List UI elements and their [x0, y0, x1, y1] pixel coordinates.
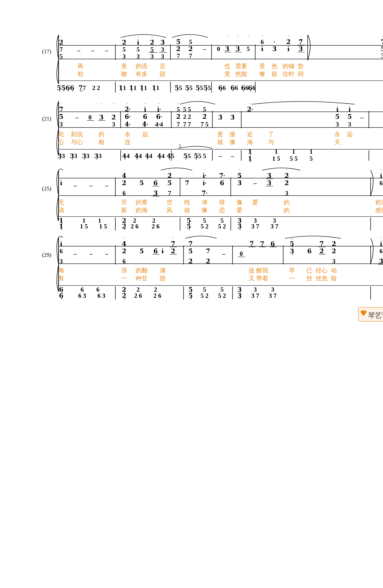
svg-text:3̇: 3̇ — [379, 258, 383, 265]
svg-text:2̇: 2̇ — [284, 172, 289, 179]
svg-text:2̇: 2̇ — [171, 248, 175, 255]
svg-text:3̇: 3̇ — [237, 180, 242, 187]
svg-text:·: · — [61, 101, 62, 106]
svg-text:3: 3 — [254, 286, 257, 293]
svg-text:3̇: 3̇ — [99, 114, 104, 121]
svg-text:5̣: 5̣ — [188, 292, 193, 299]
svg-text:–: – — [105, 250, 108, 257]
svg-text:7: 7 — [168, 190, 171, 197]
svg-text:5̣5: 5̣5 — [194, 152, 201, 159]
page-content: (17) · 2̇ 7 5 – – – · 2̇ 5 — [14, 10, 369, 588]
svg-text:3̣: 3̣ — [237, 292, 242, 299]
svg-text:此: 此 — [58, 131, 64, 137]
svg-text:i̇·: i̇· — [157, 106, 161, 113]
svg-text:i̇: i̇ — [261, 45, 263, 52]
svg-text:动: 动 — [331, 267, 337, 274]
svg-text:5 2: 5 2 — [201, 223, 208, 230]
svg-text:·: · — [169, 167, 170, 172]
svg-text:4̇: 4̇ — [122, 172, 126, 179]
svg-text:i̇: i̇ — [380, 240, 382, 247]
svg-text:i̇: i̇ — [137, 39, 139, 46]
svg-text:6̇: 6̇ — [143, 113, 147, 120]
svg-text:3̣3: 3̣3 — [94, 152, 102, 159]
svg-text:3̣3: 3̣3 — [82, 152, 89, 159]
svg-text:3̇: 3̇ — [160, 39, 165, 46]
svg-text:6̇: 6̇ — [307, 248, 312, 255]
svg-text:海: 海 — [247, 139, 253, 145]
svg-text:–: – — [89, 182, 93, 189]
svg-text:7̇: 7̇ — [206, 248, 210, 255]
svg-text:初: 初 — [77, 71, 83, 77]
svg-text:海: 海 — [58, 267, 64, 274]
svg-text:–: – — [253, 180, 257, 187]
svg-text:6: 6 — [96, 286, 99, 293]
svg-text:–: – — [77, 47, 80, 54]
svg-text:7̇: 7̇ — [319, 240, 324, 247]
svg-text:3̇: 3̇ — [272, 45, 276, 52]
svg-text:3 7: 3 7 — [270, 223, 278, 230]
svg-text:已: 已 — [306, 267, 312, 274]
svg-text:–: – — [360, 114, 364, 121]
svg-text:2̣: 2̣ — [122, 292, 126, 299]
svg-text:·: · — [349, 101, 350, 106]
svg-text:(25): (25) — [42, 185, 51, 191]
svg-text:5̣: 5̣ — [188, 286, 193, 293]
svg-text:6: 6 — [123, 258, 126, 265]
svg-text:·: · — [239, 167, 240, 172]
svg-text:的翻: 的翻 — [136, 267, 148, 274]
svg-text:3: 3 — [336, 121, 339, 128]
svg-text:像: 像 — [229, 139, 235, 145]
svg-text:–: – — [73, 250, 77, 257]
score-svg: (17) · 2̇ 7 5 – – – · 2̇ 5 — [40, 28, 383, 587]
svg-text:5: 5 — [177, 106, 180, 113]
svg-text:·: · — [288, 34, 289, 39]
svg-text:5: 5 — [247, 45, 250, 52]
svg-text:种甘: 种甘 — [136, 275, 148, 281]
svg-text:6̣6: 6̣6 — [248, 84, 255, 91]
svg-text:2 6: 2 6 — [134, 292, 142, 299]
svg-text:4̈·: 4̈· — [142, 121, 148, 128]
svg-text:的语: 的语 — [136, 63, 148, 69]
svg-text:3 7: 3 7 — [251, 292, 259, 299]
svg-text:–: – — [73, 182, 77, 189]
svg-text:2̇: 2̇ — [284, 180, 289, 187]
svg-text:的: 的 — [284, 207, 290, 213]
svg-text:6̇·: 6̇· — [125, 113, 131, 120]
svg-text:3: 3 — [112, 121, 115, 128]
svg-text:像: 像 — [202, 207, 207, 213]
svg-text:2̇: 2̇ — [122, 39, 126, 46]
svg-text:一: 一 — [121, 275, 127, 281]
svg-text:4̇·: 4̇· — [125, 121, 131, 128]
svg-text:2̇: 2̇ — [122, 248, 126, 255]
svg-text:2̇: 2̇ — [202, 113, 207, 120]
svg-text:1 5: 1 5 — [272, 155, 280, 162]
svg-text:6̣: 6̣ — [270, 240, 275, 247]
svg-text:1̣: 1̣ — [59, 223, 63, 230]
svg-text:4̣4: 4̣4 — [157, 152, 164, 159]
svg-text:了: 了 — [268, 131, 274, 137]
svg-text:i̇: i̇ — [348, 106, 351, 113]
svg-text:–: – — [222, 250, 225, 257]
svg-text:尽: 尽 — [121, 199, 127, 206]
svg-text:3̇: 3̇ — [381, 52, 383, 59]
svg-text:的: 的 — [98, 131, 104, 137]
svg-text:5̣: 5̣ — [186, 223, 191, 230]
svg-text:早: 早 — [289, 267, 295, 274]
svg-text:得: 得 — [219, 199, 225, 206]
svg-text:就: 就 — [184, 207, 190, 213]
svg-text:色: 色 — [271, 63, 277, 69]
svg-text:‥: ‥ — [250, 237, 253, 242]
svg-text:接: 接 — [229, 131, 235, 137]
svg-text:3: 3 — [271, 286, 274, 293]
svg-text:·: · — [145, 101, 146, 106]
svg-text:5 2: 5 2 — [201, 292, 208, 299]
svg-text:4̣5: 4̣5 — [167, 152, 174, 159]
svg-text:更: 更 — [217, 131, 223, 137]
svg-text:与心: 与心 — [71, 139, 83, 145]
svg-text:1: 1 — [275, 148, 278, 155]
svg-text:–: – — [231, 152, 234, 159]
svg-text:6 3: 6 3 — [97, 292, 105, 299]
svg-text:7̇: 7̇ — [185, 180, 189, 187]
svg-text:天: 天 — [334, 139, 340, 145]
svg-text:3: 3 — [60, 121, 63, 128]
